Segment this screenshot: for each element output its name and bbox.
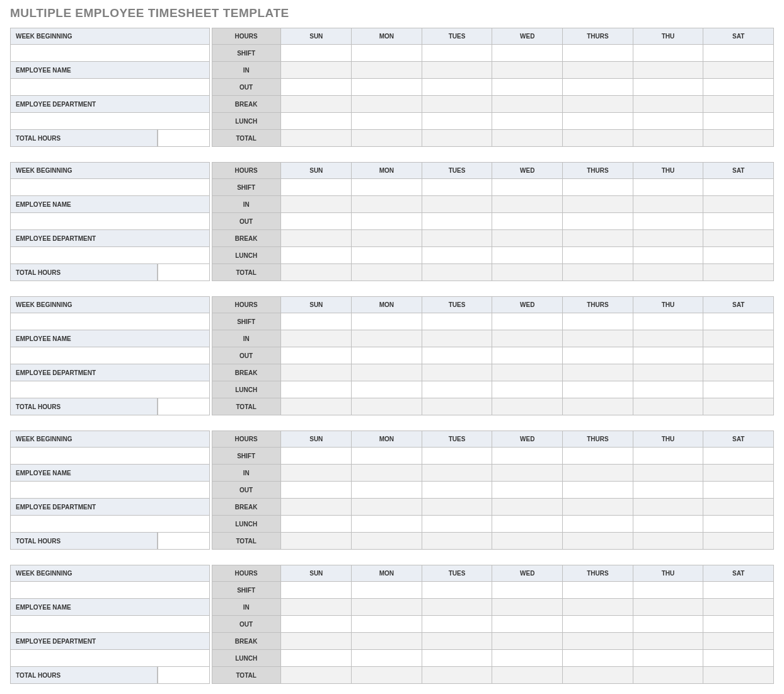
time-cell[interactable] — [563, 264, 633, 281]
time-cell[interactable] — [422, 79, 493, 96]
time-cell[interactable] — [281, 313, 352, 330]
time-cell[interactable] — [563, 516, 633, 533]
time-cell[interactable] — [703, 313, 774, 330]
time-cell[interactable] — [492, 196, 563, 213]
time-cell[interactable] — [281, 264, 352, 281]
time-cell[interactable] — [492, 130, 563, 147]
time-cell[interactable] — [492, 79, 563, 96]
time-cell[interactable] — [352, 499, 422, 516]
time-cell[interactable] — [563, 130, 633, 147]
time-cell[interactable] — [492, 582, 563, 599]
time-cell[interactable] — [563, 364, 633, 381]
total-hours-value[interactable] — [158, 398, 211, 415]
time-cell[interactable] — [352, 62, 422, 79]
time-cell[interactable] — [633, 247, 704, 264]
time-cell[interactable] — [422, 499, 493, 516]
left-value-cell[interactable] — [10, 516, 211, 533]
time-cell[interactable] — [703, 79, 774, 96]
time-cell[interactable] — [633, 482, 704, 499]
time-cell[interactable] — [563, 482, 633, 499]
left-value-cell[interactable] — [10, 113, 211, 130]
left-value-cell[interactable] — [10, 213, 211, 230]
time-cell[interactable] — [492, 482, 563, 499]
time-cell[interactable] — [563, 313, 633, 330]
time-cell[interactable] — [703, 179, 774, 196]
time-cell[interactable] — [563, 667, 633, 684]
time-cell[interactable] — [633, 313, 704, 330]
time-cell[interactable] — [633, 398, 704, 415]
time-cell[interactable] — [352, 113, 422, 130]
left-value-cell[interactable] — [10, 582, 211, 599]
time-cell[interactable] — [422, 381, 493, 398]
time-cell[interactable] — [281, 330, 352, 347]
time-cell[interactable] — [563, 347, 633, 364]
time-cell[interactable] — [422, 398, 493, 415]
time-cell[interactable] — [563, 330, 633, 347]
time-cell[interactable] — [352, 516, 422, 533]
time-cell[interactable] — [281, 347, 352, 364]
left-value-cell[interactable] — [10, 482, 211, 499]
time-cell[interactable] — [563, 113, 633, 130]
time-cell[interactable] — [703, 650, 774, 667]
total-hours-value[interactable] — [158, 533, 211, 550]
time-cell[interactable] — [703, 230, 774, 247]
time-cell[interactable] — [492, 616, 563, 633]
total-hours-value[interactable] — [158, 264, 211, 281]
time-cell[interactable] — [422, 465, 493, 482]
time-cell[interactable] — [492, 62, 563, 79]
time-cell[interactable] — [281, 45, 352, 62]
time-cell[interactable] — [633, 264, 704, 281]
left-value-cell[interactable] — [10, 616, 211, 633]
time-cell[interactable] — [703, 347, 774, 364]
time-cell[interactable] — [492, 599, 563, 616]
time-cell[interactable] — [633, 130, 704, 147]
time-cell[interactable] — [633, 62, 704, 79]
time-cell[interactable] — [352, 247, 422, 264]
time-cell[interactable] — [492, 381, 563, 398]
time-cell[interactable] — [422, 45, 493, 62]
time-cell[interactable] — [281, 79, 352, 96]
time-cell[interactable] — [492, 667, 563, 684]
left-value-cell[interactable] — [10, 650, 211, 667]
time-cell[interactable] — [281, 667, 352, 684]
time-cell[interactable] — [633, 582, 704, 599]
time-cell[interactable] — [352, 96, 422, 113]
time-cell[interactable] — [352, 347, 422, 364]
time-cell[interactable] — [281, 230, 352, 247]
time-cell[interactable] — [352, 650, 422, 667]
time-cell[interactable] — [633, 616, 704, 633]
time-cell[interactable] — [633, 364, 704, 381]
time-cell[interactable] — [281, 96, 352, 113]
time-cell[interactable] — [703, 45, 774, 62]
time-cell[interactable] — [563, 465, 633, 482]
time-cell[interactable] — [422, 616, 493, 633]
time-cell[interactable] — [281, 633, 352, 650]
time-cell[interactable] — [563, 196, 633, 213]
time-cell[interactable] — [352, 313, 422, 330]
time-cell[interactable] — [422, 230, 493, 247]
time-cell[interactable] — [703, 381, 774, 398]
time-cell[interactable] — [422, 650, 493, 667]
time-cell[interactable] — [563, 616, 633, 633]
time-cell[interactable] — [492, 398, 563, 415]
time-cell[interactable] — [633, 196, 704, 213]
time-cell[interactable] — [563, 398, 633, 415]
time-cell[interactable] — [281, 448, 352, 465]
time-cell[interactable] — [563, 381, 633, 398]
time-cell[interactable] — [352, 79, 422, 96]
time-cell[interactable] — [422, 113, 493, 130]
time-cell[interactable] — [422, 96, 493, 113]
time-cell[interactable] — [422, 62, 493, 79]
time-cell[interactable] — [492, 364, 563, 381]
time-cell[interactable] — [422, 196, 493, 213]
time-cell[interactable] — [281, 616, 352, 633]
time-cell[interactable] — [422, 130, 493, 147]
time-cell[interactable] — [703, 667, 774, 684]
time-cell[interactable] — [703, 448, 774, 465]
time-cell[interactable] — [633, 79, 704, 96]
total-hours-value[interactable] — [158, 130, 211, 147]
time-cell[interactable] — [633, 381, 704, 398]
time-cell[interactable] — [492, 179, 563, 196]
time-cell[interactable] — [563, 650, 633, 667]
time-cell[interactable] — [422, 582, 493, 599]
